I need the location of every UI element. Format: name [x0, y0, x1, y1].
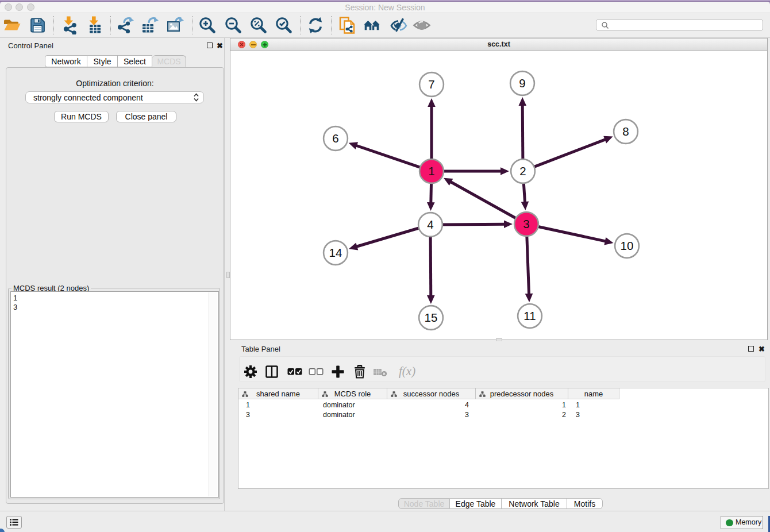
svg-text:15: 15	[425, 311, 438, 324]
svg-text:9: 9	[519, 76, 525, 90]
svg-text:11: 11	[523, 309, 536, 322]
svg-text:6: 6	[332, 132, 338, 145]
svg-text:4: 4	[427, 218, 433, 231]
svg-text:1: 1	[428, 164, 434, 178]
svg-text:14: 14	[329, 246, 342, 259]
svg-text:2: 2	[519, 164, 526, 178]
svg-text:3: 3	[523, 217, 529, 230]
svg-text:10: 10	[621, 239, 634, 252]
svg-text:7: 7	[428, 78, 434, 91]
svg-text:8: 8	[622, 125, 629, 138]
